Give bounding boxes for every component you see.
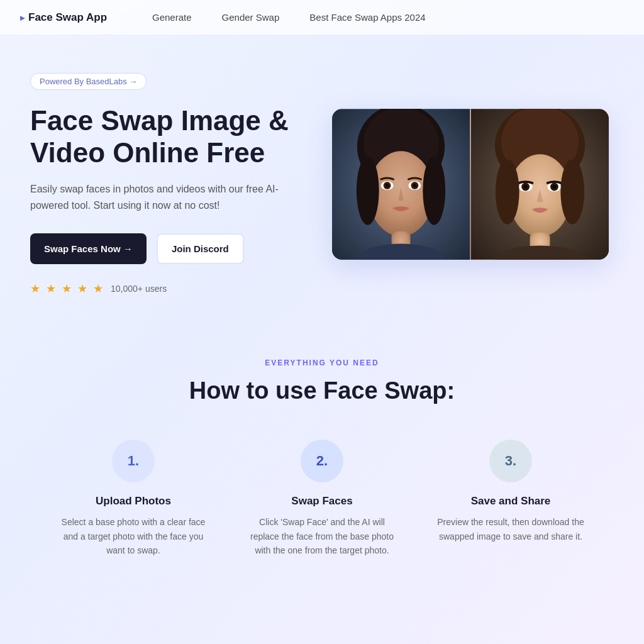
step-2-circle: 2.: [301, 440, 343, 482]
step-1-desc: Select a base photo with a clear face an…: [58, 515, 209, 557]
hero-subtitle: Easily swap faces in photos and videos w…: [30, 181, 307, 213]
nav-link-best-apps[interactable]: Best Face Swap Apps 2024: [309, 12, 425, 23]
nav-links: Generate Gender Swap Best Face Swap Apps…: [152, 12, 426, 23]
hero-content: Powered By BasedLabs → Face Swap Image &…: [30, 73, 307, 296]
step-1-name: Upload Photos: [96, 495, 171, 508]
svg-point-24: [496, 159, 519, 225]
swap-button-label: Swap Faces Now →: [44, 243, 133, 254]
face-after: [470, 109, 609, 260]
step-1-number: 1.: [128, 453, 139, 469]
hero-title: Face Swap Image & Video Online Free: [30, 105, 307, 169]
section-badge: EVERYTHING YOU NEED: [30, 358, 614, 367]
svg-point-23: [552, 185, 556, 189]
face-before-svg: [332, 109, 470, 260]
face-after-svg: [471, 109, 609, 260]
swap-faces-button[interactable]: Swap Faces Now →: [30, 233, 147, 264]
face-comparison: [332, 109, 609, 260]
step-1-circle: 1.: [112, 440, 155, 482]
step-3-circle: 3.: [489, 440, 532, 482]
step-3-desc: Preview the result, then download the sw…: [435, 515, 586, 543]
step-2-number: 2.: [316, 453, 328, 469]
svg-point-10: [357, 156, 379, 225]
step-3-name: Save and Share: [471, 495, 551, 508]
nav-link-gender-swap[interactable]: Gender Swap: [222, 12, 280, 23]
face-before: [332, 109, 470, 260]
powered-badge[interactable]: Powered By BasedLabs →: [30, 73, 147, 90]
navbar: ▸ Face Swap App Generate Gender Swap Bes…: [0, 0, 644, 35]
logo-link[interactable]: ▸ Face Swap App: [20, 11, 107, 24]
hero-section: Powered By BasedLabs → Face Swap Image &…: [0, 35, 644, 321]
logo-icon: ▸: [20, 13, 25, 23]
section-title: How to use Face Swap:: [30, 377, 614, 404]
hero-buttons: Swap Faces Now → Join Discord: [30, 233, 307, 264]
users-count: 10,000+ users: [111, 284, 167, 294]
svg-point-11: [423, 156, 445, 225]
svg-point-25: [560, 159, 584, 225]
nav-item-best-apps[interactable]: Best Face Swap Apps 2024: [309, 12, 425, 23]
rating-row: ★ ★ ★ ★ ★ 10,000+ users: [30, 282, 307, 296]
nav-item-gender-swap[interactable]: Gender Swap: [222, 12, 280, 23]
badge-text: Powered By BasedLabs →: [40, 77, 137, 86]
step-2: 2. Swap Faces Click 'Swap Face' and the …: [247, 440, 397, 557]
svg-point-6: [386, 184, 389, 187]
step-3: 3. Save and Share Preview the result, th…: [435, 440, 586, 557]
join-discord-button[interactable]: Join Discord: [157, 233, 244, 264]
stars: ★ ★ ★ ★ ★: [30, 282, 104, 296]
svg-point-20: [524, 185, 528, 189]
steps-row: 1. Upload Photos Select a base photo wit…: [30, 440, 614, 557]
step-2-desc: Click 'Swap Face' and the AI will replac…: [247, 515, 397, 557]
nav-link-generate[interactable]: Generate: [152, 12, 192, 23]
logo-text: Face Swap App: [28, 11, 107, 24]
step-2-name: Swap Faces: [291, 495, 352, 508]
hero-image: [332, 109, 609, 260]
how-to-section: EVERYTHING YOU NEED How to use Face Swap…: [0, 321, 644, 595]
svg-point-9: [413, 184, 416, 187]
step-1: 1. Upload Photos Select a base photo wit…: [58, 440, 209, 557]
step-3-number: 3.: [505, 453, 516, 469]
discord-button-label: Join Discord: [172, 243, 229, 254]
nav-item-generate[interactable]: Generate: [152, 12, 192, 23]
